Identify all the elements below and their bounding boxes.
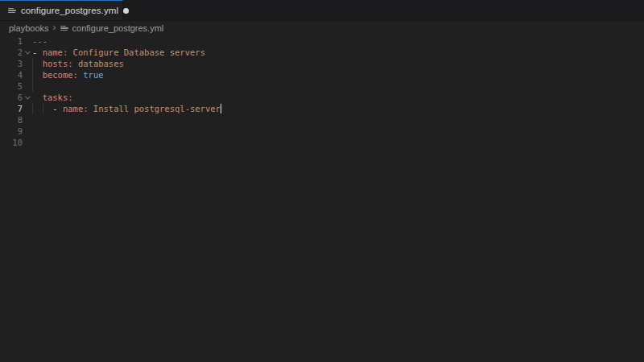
line-number[interactable]: 7 (0, 103, 23, 114)
fold-zone (23, 58, 32, 69)
code-token: Install postgresql-server (89, 104, 221, 113)
indent-guide (43, 103, 43, 114)
editor-line[interactable]: 2- name: Configure Database servers (0, 47, 644, 58)
line-number[interactable]: 4 (0, 69, 23, 80)
code-line[interactable] (32, 80, 644, 92)
code-line[interactable]: --- (32, 35, 644, 47)
line-number[interactable]: 8 (0, 114, 23, 125)
code-token: --- (32, 36, 47, 46)
line-number[interactable]: 5 (0, 80, 23, 92)
code-token: become: (43, 70, 78, 80)
code-line[interactable] (32, 137, 644, 148)
chevron-right-icon: › (53, 23, 56, 32)
indent-guide (32, 80, 33, 92)
code-token: - (32, 104, 63, 113)
indent-guide (32, 103, 33, 114)
yaml-file-icon (60, 26, 68, 31)
tab-label: configure_postgres.yml (21, 6, 118, 15)
code-token: true (83, 70, 103, 80)
fold-zone (23, 125, 32, 137)
code-line[interactable] (32, 114, 644, 125)
code-token: databases (73, 59, 124, 68)
breadcrumb-item-playbooks[interactable]: playbooks (9, 23, 49, 33)
code-token (32, 59, 43, 68)
line-number[interactable]: 6 (0, 92, 23, 103)
text-cursor (221, 104, 222, 113)
editor-line[interactable]: 3 hosts: databases (0, 58, 644, 69)
editor-line[interactable]: 8 (0, 114, 644, 125)
line-number[interactable]: 9 (0, 125, 23, 137)
editor-lines: 1---2- name: Configure Database servers3… (0, 35, 644, 148)
line-number[interactable]: 2 (0, 47, 23, 58)
code-line[interactable]: hosts: databases (32, 58, 644, 69)
modified-dot-icon[interactable] (123, 8, 129, 14)
editor-line[interactable]: 5 (0, 80, 644, 92)
line-number[interactable]: 10 (0, 137, 23, 148)
tab-bar: configure_postgres.yml (0, 0, 644, 21)
code-line[interactable]: tasks: (32, 92, 644, 103)
editor-line[interactable]: 9 (0, 125, 644, 137)
breadcrumb: playbooks › configure_postgres.yml (0, 21, 644, 35)
editor-line[interactable]: 7 - name: Install postgresql-server (0, 103, 644, 114)
fold-chevron-icon[interactable] (23, 47, 32, 58)
code-token (32, 93, 43, 102)
code-token: name: (63, 104, 89, 113)
editor-line[interactable]: 4 become: true (0, 69, 644, 80)
code-line[interactable]: become: true (32, 69, 644, 80)
fold-zone (23, 114, 32, 125)
line-number[interactable]: 1 (0, 35, 23, 47)
code-token (32, 70, 43, 80)
editor-line[interactable]: 6 tasks: (0, 92, 644, 103)
code-line[interactable] (32, 125, 644, 137)
fold-zone (23, 103, 32, 114)
code-line[interactable]: - name: Install postgresql-server (32, 103, 644, 114)
code-token: hosts: (43, 59, 73, 68)
code-token: name: (43, 47, 68, 57)
fold-zone (23, 137, 32, 148)
editor-line[interactable]: 10 (0, 137, 644, 148)
indent-guide (32, 69, 33, 80)
editor-line[interactable]: 1--- (0, 35, 644, 47)
fold-zone (23, 80, 32, 92)
editor[interactable]: 1---2- name: Configure Database servers3… (0, 35, 644, 362)
indent-guide (32, 58, 33, 69)
code-token: - (32, 47, 43, 57)
line-number[interactable]: 3 (0, 58, 23, 69)
yaml-file-icon (8, 8, 16, 14)
fold-chevron-icon[interactable] (23, 92, 32, 103)
code-line[interactable]: - name: Configure Database servers (32, 47, 644, 58)
fold-zone (23, 35, 32, 47)
breadcrumb-item-file[interactable]: configure_postgres.yml (72, 23, 164, 33)
tab-configure-postgres[interactable]: configure_postgres.yml (0, 0, 123, 20)
code-token: tasks: (43, 93, 73, 102)
fold-zone (23, 69, 32, 80)
code-token: Configure Database servers (68, 47, 205, 57)
